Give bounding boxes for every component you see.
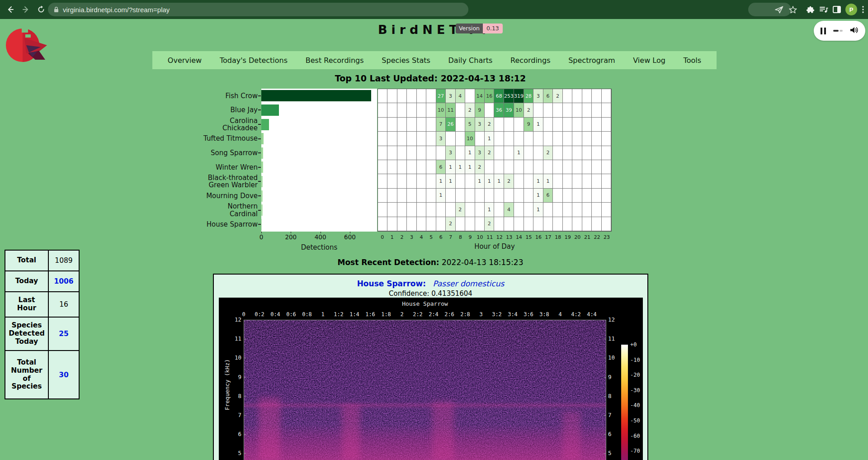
- heatmap-cell: [378, 174, 387, 188]
- species-label-song-sparrow: Song Sparrow: [172, 146, 258, 160]
- species-label-black-throated-green-warbler: Black-throated Green Warbler: [172, 175, 258, 189]
- heatmap-cell: [446, 189, 455, 203]
- heatmap-cell: [456, 146, 465, 160]
- heatmap-cell: [553, 103, 562, 117]
- bar-song-sparrow: [261, 147, 263, 159]
- nav-item-spectrogram[interactable]: Spectrogram: [568, 56, 615, 65]
- volume-button[interactable]: [850, 26, 859, 36]
- heatmap-cell: [602, 89, 611, 103]
- spectrogram-y-tick-right: 11: [608, 335, 615, 342]
- heatmap-cell: [572, 103, 582, 117]
- spectrogram-y-tick-right: 5: [608, 450, 612, 456]
- bookmark-button[interactable]: [789, 6, 797, 14]
- heatmap-cell: 16: [485, 89, 494, 103]
- heatmap-cell: [465, 174, 475, 188]
- heatmap-cell: [426, 189, 436, 203]
- heatmap-cell: [417, 203, 426, 217]
- y-tick-mark: [604, 396, 606, 397]
- heatmap-cell: [543, 132, 553, 146]
- star-icon: [789, 6, 797, 14]
- heatmap-cell: [592, 89, 601, 103]
- heatmap-cell: [494, 146, 504, 160]
- bar-fish-crow: [261, 90, 371, 101]
- profile-avatar[interactable]: P: [845, 4, 857, 15]
- species-common-name-link[interactable]: House Sparrow:: [357, 279, 426, 288]
- stats-value-link[interactable]: 25: [49, 318, 79, 350]
- heatmap-cell: [514, 160, 524, 174]
- heatmap-cell: [533, 132, 543, 146]
- heatmap-cell: [494, 189, 504, 203]
- colorbar-label: -70: [630, 448, 640, 454]
- heatmap-cell: [563, 174, 572, 188]
- heatmap-cell: [572, 203, 582, 217]
- y-tick-mark: [258, 124, 261, 125]
- nav-item-best-recordings[interactable]: Best Recordings: [306, 56, 364, 65]
- heatmap-cell: [456, 132, 465, 146]
- heatmap-cell: [387, 132, 397, 146]
- reload-button[interactable]: [33, 2, 49, 17]
- heatmap-cell: [582, 174, 592, 188]
- playlist-button[interactable]: [819, 5, 828, 14]
- hour-tick-label: 22: [592, 234, 602, 242]
- back-button[interactable]: [3, 2, 18, 17]
- stats-row-last-hour: Last Hour16: [5, 292, 79, 318]
- nav-item-overview[interactable]: Overview: [168, 56, 202, 65]
- hour-tick-label: 6: [436, 234, 446, 242]
- y-tick-mark: [604, 358, 606, 358]
- heatmap-cell: [602, 132, 611, 146]
- heatmap-cell: [582, 189, 592, 203]
- hourly-detections-heatmap: 2734141668253319283621011293639102726532…: [377, 89, 612, 232]
- send-to-device-button[interactable]: [775, 6, 783, 14]
- heatmap-cell: [426, 146, 436, 160]
- nav-item-daily-charts[interactable]: Daily Charts: [448, 56, 493, 65]
- stats-value-link[interactable]: 1006: [49, 271, 79, 291]
- side-panel-button[interactable]: [833, 6, 841, 13]
- stats-value-link[interactable]: 30: [49, 351, 79, 398]
- puzzle-icon: [806, 5, 815, 14]
- nav-item-today-s-detections[interactable]: Today's Detections: [220, 56, 288, 65]
- nav-item-species-stats[interactable]: Species Stats: [382, 56, 430, 65]
- heatmap-cell: [417, 132, 426, 146]
- y-tick-mark: [244, 339, 246, 339]
- pause-button[interactable]: [821, 28, 826, 34]
- nav-item-tools[interactable]: Tools: [684, 56, 701, 65]
- nav-item-recordings[interactable]: Recordings: [510, 56, 550, 65]
- stats-row-today: Today1006: [5, 271, 79, 292]
- hour-tick-label: 19: [563, 234, 573, 242]
- hour-tick-label: 13: [505, 234, 514, 242]
- species-label-mourning-dove: Mourning Dove: [172, 189, 258, 203]
- heatmap-cell: 1: [436, 189, 446, 203]
- heatmap-cell: 1: [514, 146, 524, 160]
- forward-button[interactable]: [18, 2, 33, 17]
- stats-label: Today: [5, 271, 49, 291]
- spectrogram-y-tick-left: 6: [230, 431, 241, 437]
- heatmap-cell: [524, 217, 533, 231]
- url-bar[interactable]: virginia.birdnetpi.com/?stream=play: [48, 3, 468, 16]
- heatmap-cell: [465, 203, 475, 217]
- spectrogram-x-tick: 4:2: [571, 311, 581, 318]
- heatmap-cell: 10: [436, 103, 446, 117]
- spectrogram-x-tick: 1: [321, 311, 324, 318]
- nav-item-view-log[interactable]: View Log: [633, 56, 665, 65]
- audio-scrubber[interactable]: [833, 30, 843, 32]
- heatmap-cell: 28: [524, 89, 533, 103]
- x-tick-label: 400: [315, 233, 326, 241]
- detection-confidence: Confidence: 0.41351604: [214, 289, 647, 298]
- heatmap-cell: [407, 146, 416, 160]
- species-label-carolina-chickadee: Carolina Chickadee: [172, 117, 258, 132]
- chrome-menu-button[interactable]: [862, 5, 864, 14]
- heatmap-cell: 4: [504, 203, 514, 217]
- colorbar-label: -10: [630, 357, 640, 363]
- browser-chrome: virginia.birdnetpi.com/?stream=play P: [0, 0, 868, 19]
- hour-tick-label: 2: [397, 234, 407, 242]
- spectrogram-y-tick-right: 8: [608, 393, 612, 399]
- heatmap-cell: [426, 103, 436, 117]
- heatmap-cell: [572, 174, 582, 188]
- extensions-button[interactable]: [806, 5, 815, 14]
- spectrogram-x-tick: 0: [242, 311, 245, 318]
- spectrogram-x-tick: 1:2: [334, 311, 344, 318]
- spectrogram-x-tick: 4:4: [587, 311, 597, 318]
- heatmap-x-axis: 01234567891011121314151617181920212223: [377, 234, 612, 242]
- hour-tick-label: 21: [582, 234, 592, 242]
- heatmap-cell: [524, 203, 533, 217]
